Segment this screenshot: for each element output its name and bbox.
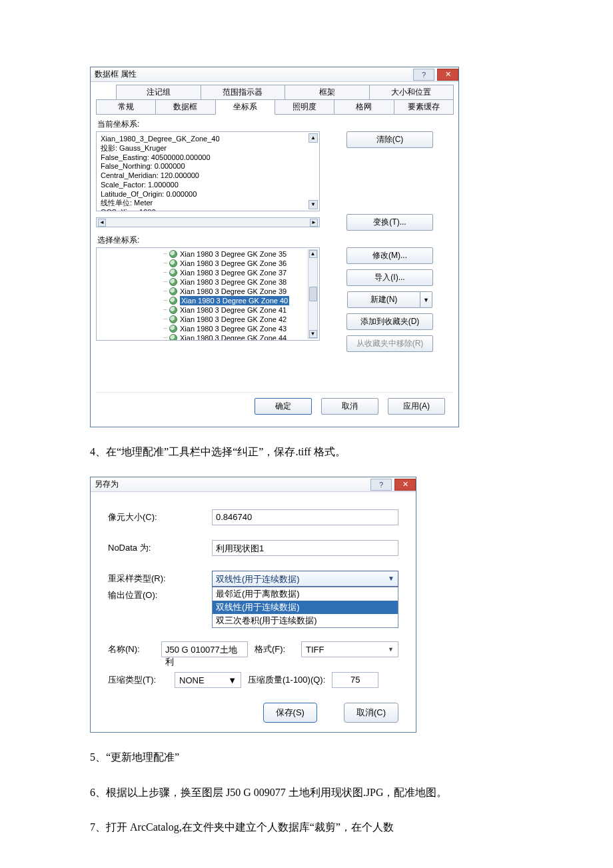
help-button[interactable]: ? xyxy=(370,479,392,491)
globe-icon xyxy=(169,269,177,277)
coord-line: False_Easting: 40500000.000000 xyxy=(101,153,315,163)
tree-item[interactable]: ┈Xian 1980 3 Degree GK Zone 42 xyxy=(163,315,319,324)
coord-line: 投影: Gauss_Kruger xyxy=(101,144,315,153)
globe-icon xyxy=(169,259,177,267)
cancel-button[interactable]: 取消(C) xyxy=(344,703,398,723)
coord-line: Xian_1980_3_Degree_GK_Zone_40 xyxy=(101,135,315,144)
step-7-text: 7、打开 ArcCatalog,在文件夹中建立个人数据库“裁剪”，在个人数 xyxy=(90,817,523,837)
nodata-label: NoData 为: xyxy=(108,542,208,554)
titlebar[interactable]: 数据框 属性 ? ✕ xyxy=(91,67,458,82)
tree-connector-icon: ┈ xyxy=(163,268,167,277)
globe-icon xyxy=(169,250,177,258)
globe-icon xyxy=(169,325,177,333)
tree-item[interactable]: ┈Xian 1980 3 Degree GK Zone 41 xyxy=(163,305,319,315)
resample-combo[interactable]: 双线性(用于连续数据) xyxy=(212,571,398,587)
step-5-text: 5、“更新地理配准” xyxy=(90,747,523,767)
close-button[interactable]: ✕ xyxy=(394,479,416,491)
scroll-down-icon[interactable]: ▼ xyxy=(308,200,318,209)
tab-illumination[interactable]: 照明度 xyxy=(275,99,334,115)
resample-label: 重采样类型(R): xyxy=(108,573,208,585)
compq-input[interactable]: 75 xyxy=(332,672,378,688)
coord-line: GCS_Xian_1980 xyxy=(101,208,315,211)
tree-item[interactable]: ┈Xian 1980 3 Degree GK Zone 38 xyxy=(163,277,319,287)
new-dropdown-icon[interactable]: ▼ xyxy=(420,291,432,308)
tree-connector-icon: ┈ xyxy=(163,259,167,268)
tab-annotation-group[interactable]: 注记组 xyxy=(116,85,201,100)
current-coord-textarea[interactable]: Xian_1980_3_Degree_GK_Zone_40 投影: Gauss_… xyxy=(96,131,320,211)
tree-connector-icon: ┈ xyxy=(163,305,167,315)
tree-connector-icon: ┈ xyxy=(163,277,167,287)
globe-icon xyxy=(169,287,177,295)
save-button[interactable]: 保存(S) xyxy=(263,703,317,723)
tab-feature-cache[interactable]: 要素缓存 xyxy=(394,99,454,115)
remove-favorites-button[interactable]: 从收藏夹中移除(R) xyxy=(346,335,433,352)
tab-dataframe[interactable]: 数据框 xyxy=(155,99,215,115)
resample-option[interactable]: 双三次卷积(用于连续数据) xyxy=(213,614,398,627)
format-select[interactable]: TIFF ▼ xyxy=(301,641,398,657)
format-label: 格式(F): xyxy=(255,643,295,655)
tree-item-label: Xian 1980 3 Degree GK Zone 36 xyxy=(180,259,287,268)
transform-button[interactable]: 变换(T)... xyxy=(346,214,433,231)
apply-button[interactable]: 应用(A) xyxy=(388,398,445,415)
import-button[interactable]: 导入(I)... xyxy=(346,269,433,286)
resample-option[interactable]: 双线性(用于连续数据) xyxy=(213,601,398,614)
tab-size-position[interactable]: 大小和位置 xyxy=(369,85,454,100)
modify-button[interactable]: 修改(M)... xyxy=(346,247,433,264)
select-coord-label: 选择坐标系: xyxy=(97,235,453,246)
tab-coord-system[interactable]: 坐标系 xyxy=(215,99,275,115)
scroll-up-icon[interactable]: ▲ xyxy=(308,133,318,143)
tree-item[interactable]: ┈Xian 1980 3 Degree GK Zone 35 xyxy=(163,249,319,259)
coord-system-dialog: 数据框 属性 ? ✕ 注记组 范围指示器 框架 大小和位置 常规 数据框 坐标系… xyxy=(90,67,459,427)
help-button[interactable]: ? xyxy=(413,69,434,81)
tab-frame[interactable]: 框架 xyxy=(285,85,370,100)
tab-extent-indicator[interactable]: 范围指示器 xyxy=(201,85,286,100)
new-button[interactable]: 新建(N) xyxy=(347,291,420,308)
tree-item-label: Xian 1980 3 Degree GK Zone 44 xyxy=(180,333,287,341)
globe-icon xyxy=(169,334,177,341)
ok-button[interactable]: 确定 xyxy=(255,398,312,415)
coord-line: Latitude_Of_Origin: 0.000000 xyxy=(101,190,315,199)
coord-line: Scale_Factor: 1.000000 xyxy=(101,181,315,190)
tree-item[interactable]: ┈Xian 1980 3 Degree GK Zone 44 xyxy=(163,333,319,341)
tree-item-label: Xian 1980 3 Degree GK Zone 35 xyxy=(180,249,287,259)
tree-item-label: Xian 1980 3 Degree GK Zone 38 xyxy=(180,277,287,287)
coord-line: Central_Meridian: 120.000000 xyxy=(101,171,315,181)
name-input[interactable]: J50 G 010077土地利 xyxy=(161,641,248,657)
globe-icon xyxy=(169,315,177,323)
dialog-title: 另存为 xyxy=(95,479,119,490)
tree-item[interactable]: ┈Xian 1980 3 Degree GK Zone 39 xyxy=(163,287,319,296)
tree-item[interactable]: ┈Xian 1980 3 Degree GK Zone 43 xyxy=(163,324,319,333)
tree-item[interactable]: ┈Xian 1980 3 Degree GK Zone 37 xyxy=(163,268,319,277)
tab-grid[interactable]: 格网 xyxy=(334,99,394,115)
tab-general[interactable]: 常规 xyxy=(96,99,156,115)
resample-option[interactable]: 最邻近(用于离散数据) xyxy=(213,587,398,601)
name-label: 名称(N): xyxy=(108,643,155,655)
globe-icon xyxy=(169,297,177,305)
coord-line: False_Northing: 0.000000 xyxy=(101,162,315,171)
tree-connector-icon: ┈ xyxy=(163,249,167,259)
tree-item[interactable]: ┈Xian 1980 3 Degree GK Zone 40 xyxy=(163,296,319,305)
tree-item[interactable]: ┈Xian 1980 3 Degree GK Zone 36 xyxy=(163,259,319,268)
h-scrollbar[interactable]: ◄► xyxy=(96,217,320,227)
titlebar[interactable]: 另存为 ? ✕ xyxy=(91,477,416,492)
step-6-text: 6、根据以上步骤，换至图层 J50 G 009077 土地利用现状图.JPG，配… xyxy=(90,783,523,803)
cancel-button[interactable]: 取消 xyxy=(321,398,378,415)
close-button[interactable]: ✕ xyxy=(437,69,458,81)
tree-connector-icon: ┈ xyxy=(163,287,167,296)
nodata-input[interactable]: 利用现状图1 xyxy=(212,540,398,556)
cellsize-input[interactable]: 0.846740 xyxy=(212,509,398,525)
dialog-title: 数据框 属性 xyxy=(95,69,137,80)
tree-item-label: Xian 1980 3 Degree GK Zone 39 xyxy=(180,287,287,296)
chevron-down-icon: ▼ xyxy=(228,675,237,685)
compq-label: 压缩质量(1-100)(Q): xyxy=(248,674,325,686)
tree-connector-icon: ┈ xyxy=(163,296,167,305)
tree-connector-icon: ┈ xyxy=(163,333,167,341)
coord-tree[interactable]: ▲▼ ┈Xian 1980 3 Degree GK Zone 35┈Xian 1… xyxy=(96,247,320,341)
tree-connector-icon: ┈ xyxy=(163,324,167,333)
chevron-down-icon: ▼ xyxy=(388,646,394,653)
add-favorites-button[interactable]: 添加到收藏夹(D) xyxy=(346,313,433,330)
clear-button[interactable]: 清除(C) xyxy=(346,131,433,148)
tree-scrollbar[interactable]: ▲▼ xyxy=(308,249,318,339)
tree-item-label: Xian 1980 3 Degree GK Zone 41 xyxy=(180,305,287,315)
comptype-select[interactable]: NONE ▼ xyxy=(175,672,241,688)
